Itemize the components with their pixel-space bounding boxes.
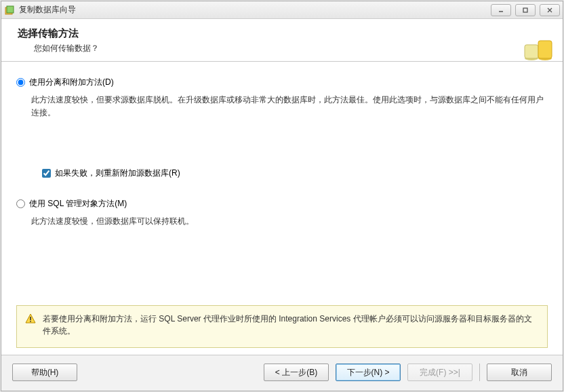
wizard-content: 使用分离和附加方法(D) 此方法速度较快，但要求源数据库脱机。在升级数据库或移动… (1, 62, 563, 355)
next-button[interactable]: 下一步(N) > (336, 364, 401, 381)
titlebar: 复制数据库向导 (1, 1, 563, 19)
cancel-button[interactable]: 取消 (487, 364, 552, 381)
radio-smo[interactable] (16, 199, 25, 208)
checkbox-reattach[interactable]: 如果失败，则重新附加源数据库(R) (42, 168, 548, 179)
wizard-footer: 帮助(H) < 上一步(B) 下一步(N) > 完成(F) >>| 取消 (1, 355, 563, 391)
radio-detach-attach[interactable] (16, 78, 25, 87)
option-smo-label: 使用 SQL 管理对象方法(M) (29, 198, 127, 210)
next-button-label: 下一步(N) > (347, 367, 390, 378)
option-detach-attach-desc: 此方法速度较快，但要求源数据库脱机。在升级数据库或移动非常大的数据库时，此方法最… (31, 94, 548, 119)
header-graphic (515, 27, 556, 61)
page-subtitle: 您如何传输数据？ (18, 43, 550, 54)
option-detach-attach[interactable]: 使用分离和附加方法(D) (16, 77, 548, 88)
option-smo-desc: 此方法速度较慢，但源数据库可以保持联机。 (31, 215, 548, 228)
window-controls (491, 4, 560, 16)
close-button[interactable] (540, 4, 560, 16)
finish-button-label: 完成(F) >>| (420, 367, 460, 378)
option-smo[interactable]: 使用 SQL 管理对象方法(M) (16, 198, 548, 210)
wizard-header: 选择传输方法 您如何传输数据？ (1, 19, 563, 62)
wizard-window: 复制数据库向导 选择传输方法 您如何传输数据？ (1, 1, 563, 391)
finish-button: 完成(F) >>| (407, 364, 472, 381)
svg-rect-3 (523, 8, 527, 12)
page-title: 选择传输方法 (18, 27, 550, 40)
minimize-button[interactable] (491, 4, 511, 16)
help-button-label: 帮助(H) (31, 367, 59, 378)
back-button-label: < 上一步(B) (275, 367, 317, 378)
info-box: 若要使用分离和附加方法，运行 SQL Server 代理作业时所使用的 Inte… (16, 305, 548, 348)
back-button[interactable]: < 上一步(B) (264, 364, 329, 381)
maximize-button[interactable] (515, 4, 536, 16)
svg-rect-12 (30, 321, 31, 322)
option-detach-attach-label: 使用分离和附加方法(D) (29, 77, 114, 88)
svg-rect-11 (30, 317, 31, 320)
svg-rect-1 (7, 6, 14, 13)
checkbox-reattach-input[interactable] (42, 169, 51, 178)
svg-rect-7 (525, 45, 538, 58)
window-title: 复制数据库向导 (19, 4, 76, 16)
app-icon (4, 5, 15, 16)
checkbox-reattach-label: 如果失败，则重新附加源数据库(R) (55, 168, 180, 179)
button-separator (479, 364, 480, 381)
info-text: 若要使用分离和附加方法，运行 SQL Server 代理作业时所使用的 Inte… (43, 313, 539, 338)
help-button[interactable]: 帮助(H) (12, 364, 77, 381)
warning-icon (25, 313, 36, 324)
cancel-button-label: 取消 (511, 367, 527, 378)
svg-rect-9 (538, 41, 552, 58)
